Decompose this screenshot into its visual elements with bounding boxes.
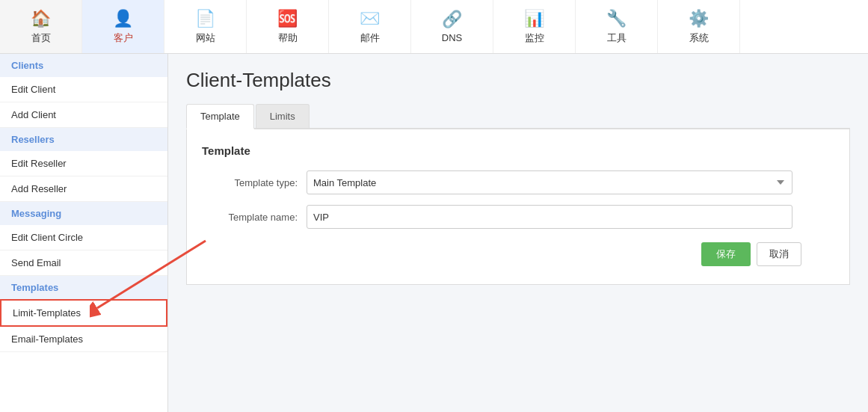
tools-icon: 🔧	[606, 9, 627, 28]
dns-icon: 🔗	[442, 10, 462, 29]
tab-limits[interactable]: Limits	[256, 104, 310, 128]
save-button[interactable]: 保存	[701, 242, 751, 266]
sidebar-item-edit-reseller[interactable]: Edit Reseller	[0, 151, 167, 176]
main-layout: Clients Edit Client Add Client Resellers…	[0, 54, 868, 412]
nav-system[interactable]: ⚙️ 系统	[658, 0, 740, 53]
form-actions: 保存 取消	[202, 242, 801, 266]
home-icon: 🏠	[31, 9, 51, 28]
template-name-input[interactable]	[307, 205, 792, 229]
nav-dns[interactable]: 🔗 DNS	[411, 0, 493, 53]
template-type-select[interactable]: Main Template Custom Template	[307, 170, 792, 194]
sidebar: Clients Edit Client Add Client Resellers…	[0, 54, 168, 412]
content-area: Client-Templates Template Limits Templat…	[168, 54, 868, 412]
top-nav: 🏠 首页 👤 客户 📄 网站 🆘 帮助 ✉️ 邮件 🔗 DNS 📊 监控 🔧	[0, 0, 868, 54]
template-type-label: Template type:	[202, 177, 307, 188]
nav-website[interactable]: 📄 网站	[164, 0, 247, 53]
page-title: Client-Templates	[186, 69, 850, 92]
system-icon: ⚙️	[689, 9, 709, 28]
nav-dns-label: DNS	[442, 32, 462, 43]
client-icon: 👤	[113, 9, 133, 28]
nav-help[interactable]: 🆘 帮助	[247, 0, 329, 53]
nav-help-label: 帮助	[278, 31, 298, 45]
tab-bar: Template Limits	[186, 104, 850, 129]
cancel-button[interactable]: 取消	[757, 242, 801, 266]
sidebar-item-add-reseller[interactable]: Add Reseller	[0, 176, 167, 202]
nav-home-label: 首页	[31, 31, 51, 45]
form-panel: Template Template type: Main Template Cu…	[186, 129, 850, 285]
sidebar-item-edit-client-circle[interactable]: Edit Client Circle	[0, 225, 167, 250]
sidebar-section-messaging: Messaging	[0, 202, 167, 225]
nav-email-label: 邮件	[360, 31, 380, 45]
sidebar-section-clients: Clients	[0, 54, 167, 77]
email-icon: ✉️	[360, 9, 380, 28]
sidebar-item-add-client[interactable]: Add Client	[0, 102, 167, 128]
nav-tools[interactable]: 🔧 工具	[576, 0, 658, 53]
nav-monitor[interactable]: 📊 监控	[493, 0, 576, 53]
website-icon: 📄	[195, 9, 215, 28]
nav-tools-label: 工具	[607, 31, 627, 45]
sidebar-item-email-templates[interactable]: Email-Templates	[0, 327, 167, 352]
nav-website-label: 网站	[196, 31, 215, 45]
nav-client-label: 客户	[114, 31, 133, 45]
sidebar-section-templates: Templates	[0, 276, 167, 299]
form-section-title: Template	[202, 144, 834, 157]
nav-monitor-label: 监控	[525, 31, 544, 45]
sidebar-item-send-email[interactable]: Send Email	[0, 250, 167, 276]
nav-system-label: 系统	[689, 31, 709, 45]
nav-home[interactable]: 🏠 首页	[0, 0, 82, 53]
sidebar-item-edit-client[interactable]: Edit Client	[0, 77, 167, 102]
help-icon: 🆘	[277, 9, 298, 28]
template-name-row: Template name:	[202, 205, 834, 229]
template-type-row: Template type: Main Template Custom Temp…	[202, 170, 834, 194]
tab-template[interactable]: Template	[186, 104, 254, 129]
nav-client[interactable]: 👤 客户	[82, 0, 164, 53]
monitor-icon: 📊	[524, 9, 544, 28]
sidebar-section-resellers: Resellers	[0, 128, 167, 151]
sidebar-item-limit-templates[interactable]: Limit-Templates	[0, 299, 167, 327]
template-name-label: Template name:	[202, 212, 307, 223]
nav-email[interactable]: ✉️ 邮件	[329, 0, 411, 53]
